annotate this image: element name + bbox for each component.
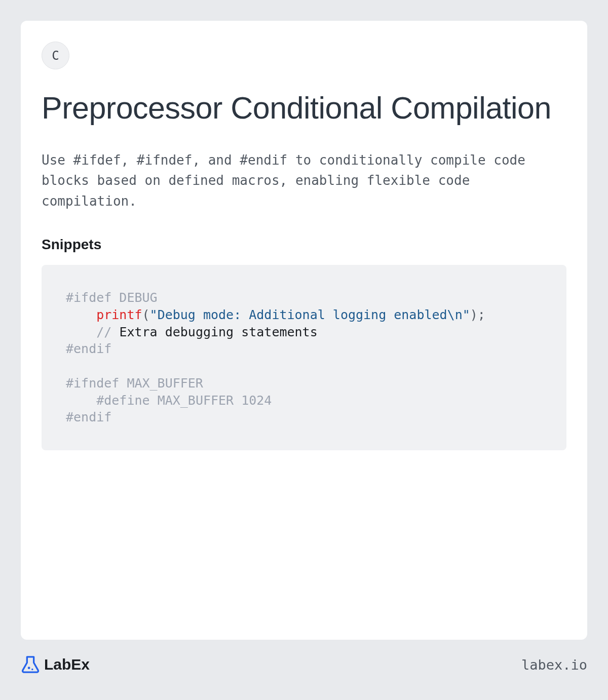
labex-logo-icon <box>21 655 40 674</box>
code-indent <box>66 393 96 408</box>
description-text: Use #ifdef, #ifndef, and #endif to condi… <box>42 150 566 211</box>
code-block: #ifdef DEBUG printf("Debug mode: Additio… <box>42 265 566 450</box>
language-badge: C <box>42 42 69 69</box>
svg-point-0 <box>28 667 30 669</box>
code-indent <box>66 307 96 322</box>
code-string: "Debug mode: Additional logging enabled\… <box>150 307 470 322</box>
content-card: C Preprocessor Conditional Compilation U… <box>21 21 587 640</box>
code-macro: DEBUG <box>111 290 157 305</box>
code-directive: #endif <box>66 410 111 424</box>
footer: LabEx labex.io <box>21 640 587 679</box>
code-indent <box>66 325 96 339</box>
code-close-paren: ); <box>470 307 485 322</box>
footer-brand-group: LabEx <box>21 655 90 674</box>
snippets-heading: Snippets <box>42 237 566 253</box>
code-comment-prefix: // <box>96 325 119 339</box>
code-directive: #endif <box>66 341 111 356</box>
page-title: Preprocessor Conditional Compilation <box>42 90 566 126</box>
footer-brand-text: LabEx <box>44 656 90 673</box>
code-open-paren: ( <box>142 307 150 322</box>
code-content: #ifdef DEBUG printf("Debug mode: Additio… <box>66 289 542 426</box>
code-directive: #define <box>96 393 149 408</box>
svg-point-1 <box>31 669 33 670</box>
footer-url: labex.io <box>521 657 587 673</box>
code-macro: MAX_BUFFER <box>119 376 203 391</box>
code-define-rest: MAX_BUFFER 1024 <box>150 393 272 408</box>
code-comment-text: Extra debugging statements <box>119 325 317 339</box>
code-directive: #ifndef <box>66 376 119 391</box>
code-function: printf <box>96 307 142 322</box>
code-directive: #ifdef <box>66 290 111 305</box>
language-badge-text: C <box>52 49 59 63</box>
